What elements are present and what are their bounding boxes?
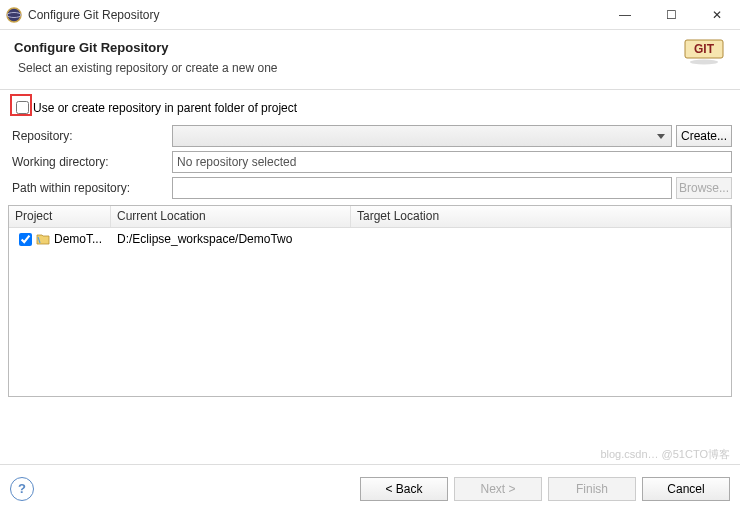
col-target-location[interactable]: Target Location: [351, 206, 731, 227]
svg-point-4: [690, 60, 718, 65]
browse-button: Browse...: [676, 177, 732, 199]
watermark: blog.csdn… @51CTO博客: [600, 447, 730, 462]
working-directory-label: Working directory:: [8, 155, 172, 169]
working-directory-field: No repository selected: [172, 151, 732, 173]
finish-button: Finish: [548, 477, 636, 501]
next-button: Next >: [454, 477, 542, 501]
table-row[interactable]: DemoT... D:/Eclipse_workspace/DemoTwo: [9, 228, 731, 250]
use-parent-checkbox[interactable]: [16, 101, 29, 114]
page-subtitle: Select an existing repository or create …: [18, 61, 726, 75]
button-bar: ? < Back Next > Finish Cancel: [0, 464, 740, 512]
page-title: Configure Git Repository: [14, 40, 726, 55]
dialog-body: Use or create repository in parent folde…: [0, 90, 740, 397]
git-logo-icon: GIT: [682, 38, 726, 66]
project-row-checkbox[interactable]: [19, 233, 32, 246]
window-title: Configure Git Repository: [28, 8, 602, 22]
path-within-repo-label: Path within repository:: [8, 181, 172, 195]
table-header: Project Current Location Target Location: [9, 206, 731, 228]
col-current-location[interactable]: Current Location: [111, 206, 351, 227]
eclipse-icon: [6, 7, 22, 23]
use-parent-label: Use or create repository in parent folde…: [33, 101, 297, 115]
folder-icon: [36, 233, 50, 245]
project-target-location: [351, 237, 731, 241]
project-name: DemoT...: [54, 232, 102, 246]
path-within-repo-field[interactable]: [172, 177, 672, 199]
use-parent-checkbox-row: Use or create repository in parent folde…: [12, 98, 732, 117]
repository-label: Repository:: [8, 129, 172, 143]
project-current-location: D:/Eclipse_workspace/DemoTwo: [111, 230, 351, 248]
back-button[interactable]: < Back: [360, 477, 448, 501]
svg-point-0: [7, 8, 21, 22]
repository-combo[interactable]: [172, 125, 672, 147]
dialog-header: Configure Git Repository Select an exist…: [0, 30, 740, 90]
create-button[interactable]: Create...: [676, 125, 732, 147]
col-project[interactable]: Project: [9, 206, 111, 227]
maximize-button[interactable]: ☐: [648, 0, 694, 30]
cancel-button[interactable]: Cancel: [642, 477, 730, 501]
titlebar: Configure Git Repository — ☐ ✕: [0, 0, 740, 30]
projects-table: Project Current Location Target Location…: [8, 205, 732, 397]
minimize-button[interactable]: —: [602, 0, 648, 30]
svg-text:GIT: GIT: [694, 42, 715, 56]
close-button[interactable]: ✕: [694, 0, 740, 30]
help-button[interactable]: ?: [10, 477, 34, 501]
